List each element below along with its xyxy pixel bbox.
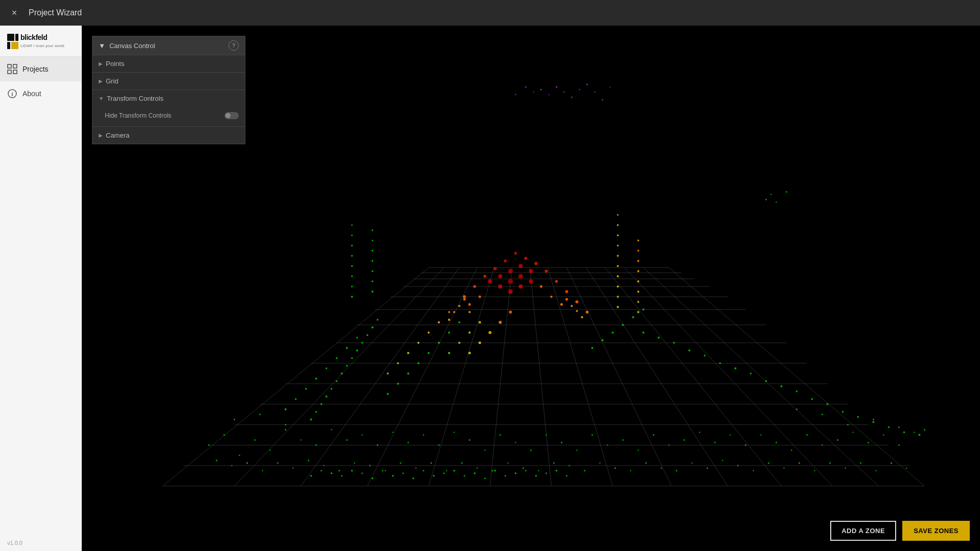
svg-point-313	[591, 347, 594, 349]
svg-point-220	[637, 291, 640, 293]
svg-point-121	[722, 460, 723, 461]
svg-point-149	[397, 362, 399, 364]
svg-point-290	[515, 472, 517, 474]
svg-point-166	[576, 300, 579, 303]
svg-point-53	[392, 432, 393, 433]
svg-point-193	[351, 296, 353, 298]
svg-point-165	[565, 290, 568, 293]
svg-point-168	[488, 279, 492, 283]
svg-point-57	[453, 432, 454, 433]
sidebar-item-projects[interactable]: Projects	[0, 57, 81, 81]
svg-point-190	[571, 305, 573, 307]
panel-header[interactable]: ▼ Canvas Control ?	[93, 36, 245, 55]
svg-point-257	[556, 86, 557, 88]
svg-line-28	[235, 268, 444, 486]
svg-point-217	[617, 214, 619, 216]
save-zones-button[interactable]: SAVE ZONES	[902, 521, 970, 541]
svg-point-56	[438, 445, 440, 446]
svg-point-115	[630, 470, 631, 471]
panel-help-button[interactable]: ?	[229, 40, 239, 51]
svg-point-67	[607, 445, 608, 446]
transform-controls-header[interactable]: ▼ Transform Controls	[93, 90, 245, 107]
app-header: × Project Wizard	[0, 0, 980, 26]
transform-controls-section: ▼ Transform Controls Hide Transform Cont…	[93, 90, 245, 126]
svg-point-256	[548, 94, 549, 95]
svg-point-44	[254, 439, 256, 441]
svg-point-183	[550, 296, 552, 298]
svg-point-158	[493, 267, 496, 270]
svg-point-297	[397, 383, 399, 385]
svg-point-246	[827, 403, 829, 405]
grid-section-header[interactable]: ▶ Grid	[93, 73, 245, 90]
svg-point-104	[461, 462, 463, 464]
info-icon: i	[7, 89, 17, 99]
svg-point-225	[637, 239, 640, 241]
svg-point-268	[776, 202, 777, 203]
svg-point-64	[561, 442, 562, 444]
add-zone-button[interactable]: ADD A ZONE	[830, 521, 896, 541]
hide-transform-toggle[interactable]	[224, 112, 239, 119]
svg-point-245	[811, 398, 813, 400]
svg-point-273	[341, 475, 343, 477]
svg-point-83	[852, 432, 853, 433]
svg-point-167	[586, 311, 589, 314]
page-title: Project Wizard	[29, 8, 82, 17]
svg-point-154	[448, 311, 450, 313]
svg-point-276	[372, 477, 374, 479]
svg-text:LiDAR / scan your world: LiDAR / scan your world	[20, 43, 64, 48]
close-button[interactable]: ×	[8, 7, 20, 19]
svg-point-272	[331, 472, 333, 474]
svg-point-318	[643, 308, 645, 311]
svg-point-254	[533, 92, 534, 93]
svg-line-27	[163, 268, 429, 486]
svg-point-148	[387, 372, 389, 374]
svg-point-77	[760, 434, 761, 435]
svg-point-263	[515, 94, 516, 95]
svg-point-271	[321, 470, 322, 472]
svg-point-301	[438, 342, 440, 344]
svg-point-120	[706, 468, 708, 469]
main-layout: blickfeld LiDAR / scan your world Projec…	[0, 26, 980, 551]
svg-point-298	[407, 372, 409, 374]
svg-point-253	[525, 86, 527, 88]
svg-point-323	[822, 414, 823, 415]
svg-point-179	[468, 303, 471, 306]
bottom-action-buttons: ADD A ZONE SAVE ZONES	[830, 521, 970, 541]
svg-point-274	[351, 470, 353, 472]
svg-rect-3	[11, 42, 18, 49]
svg-point-237	[689, 349, 691, 351]
svg-point-251	[903, 431, 905, 433]
svg-point-324	[847, 424, 849, 426]
svg-point-180	[478, 296, 481, 298]
svg-point-164	[555, 280, 558, 283]
svg-point-113	[599, 462, 600, 464]
svg-point-153	[438, 321, 440, 323]
points-section: ▶ Points	[93, 55, 245, 72]
svg-point-119	[691, 462, 692, 464]
svg-point-71	[668, 445, 669, 446]
svg-point-230	[326, 367, 328, 369]
sidebar-item-about[interactable]: i About	[0, 81, 81, 106]
svg-point-78	[776, 442, 777, 444]
svg-point-205	[372, 250, 374, 252]
camera-section-header[interactable]: ▶ Camera	[93, 127, 245, 144]
svg-line-32	[490, 268, 512, 486]
svg-point-315	[612, 332, 614, 334]
transform-controls-label: Transform Controls	[107, 95, 164, 102]
svg-point-238	[704, 355, 706, 357]
svg-point-291	[525, 470, 527, 472]
svg-point-216	[617, 224, 619, 226]
svg-point-267	[786, 191, 787, 193]
svg-point-228	[305, 388, 307, 390]
svg-point-161	[525, 257, 528, 260]
svg-point-50	[346, 439, 348, 441]
svg-point-231	[336, 357, 338, 359]
points-section-header[interactable]: ▶ Points	[93, 55, 245, 72]
svg-point-69	[637, 450, 639, 451]
svg-point-211	[617, 275, 619, 277]
svg-point-144	[361, 342, 363, 344]
svg-rect-6	[8, 64, 11, 68]
svg-point-87	[914, 432, 915, 433]
svg-point-308	[468, 352, 471, 355]
svg-point-234	[643, 332, 645, 334]
